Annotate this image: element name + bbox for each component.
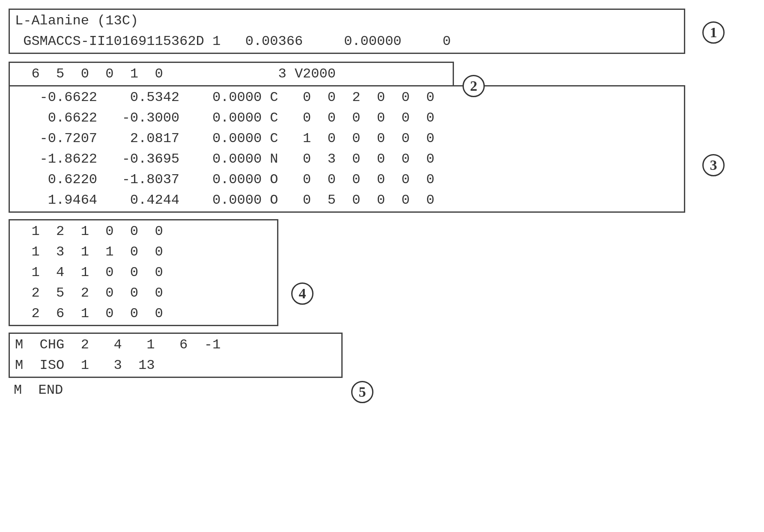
atom-row: -0.7207 2.0817 0.0000 C 1 0 0 0 0 0 (15, 128, 679, 149)
header-block: L-Alanine (13C) GSMACCS-II10169115362D 1… (9, 9, 685, 54)
atom-row: -1.8622 -0.3695 0.0000 N 0 3 0 0 0 0 (15, 149, 679, 169)
software-line: GSMACCS-II10169115362D 1 0.00366 0.00000… (15, 31, 679, 52)
bond-row: 1 4 1 0 0 0 (15, 262, 272, 283)
prop-row: M CHG 2 4 1 6 -1 (15, 335, 336, 355)
callout-5: 5 (351, 381, 373, 403)
properties-block: M CHG 2 4 1 6 -1 M ISO 1 3 13 (9, 333, 343, 378)
callout-1: 1 (702, 21, 725, 44)
bond-row: 1 2 1 0 0 0 (15, 221, 272, 242)
circled-number-icon: 3 (702, 154, 725, 176)
circled-number-icon: 5 (351, 381, 373, 403)
atom-row: 1.9464 0.4244 0.0000 O 0 5 0 0 0 0 (15, 190, 679, 211)
atom-row: 0.6220 -1.8037 0.0000 O 0 0 0 0 0 0 (15, 169, 679, 190)
atom-row: 0.6622 -0.3000 0.0000 C 0 0 0 0 0 0 (15, 108, 679, 128)
callout-3: 3 (702, 154, 725, 176)
circled-number-icon: 2 (463, 75, 485, 97)
callout-2: 2 (463, 75, 485, 97)
counts-block: 6 5 0 0 1 0 3 V2000 (9, 62, 454, 86)
bond-row: 2 6 1 0 0 0 (15, 303, 272, 324)
callout-4: 4 (291, 282, 313, 305)
counts-line: 6 5 0 0 1 0 3 V2000 (15, 66, 336, 82)
bond-row: 1 3 1 1 0 0 (15, 242, 272, 262)
circled-number-icon: 1 (702, 21, 725, 44)
prop-row: M ISO 1 3 13 (15, 355, 336, 376)
title-line: L-Alanine (13C) (15, 11, 679, 31)
circled-number-icon: 4 (291, 282, 313, 305)
atom-block: -0.6622 0.5342 0.0000 C 0 0 2 0 0 0 0.66… (9, 85, 685, 213)
atom-row: -0.6622 0.5342 0.0000 C 0 0 2 0 0 0 (15, 87, 679, 108)
bond-row: 2 5 2 0 0 0 (15, 283, 272, 303)
bond-block: 1 2 1 0 0 0 1 3 1 1 0 0 1 4 1 0 0 0 2 5 … (9, 219, 278, 326)
